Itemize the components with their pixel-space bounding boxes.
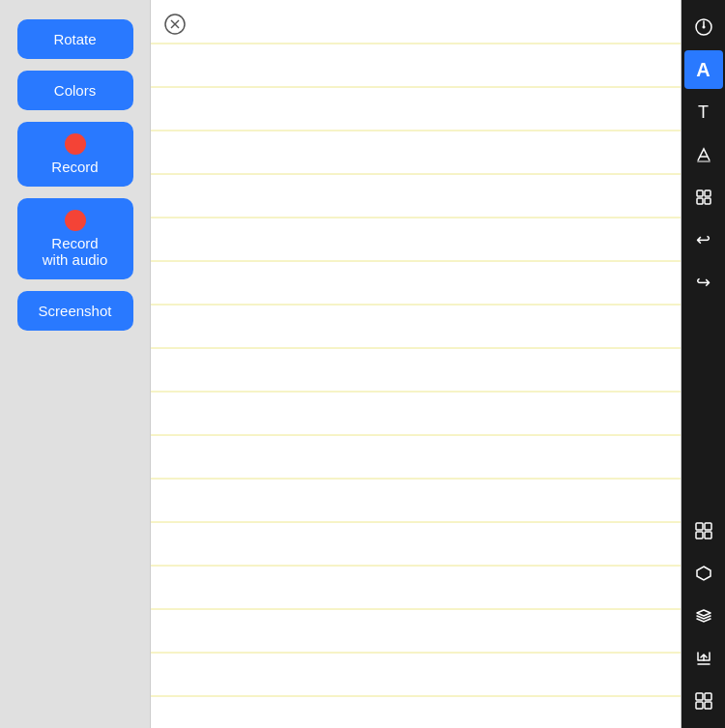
svg-rect-32: [696, 693, 703, 700]
svg-rect-28: [696, 523, 703, 530]
svg-rect-24: [697, 190, 703, 196]
undo-tool-button[interactable]: ↩: [684, 220, 723, 259]
colors-label: Colors: [54, 82, 96, 99]
record-audio-button[interactable]: Recordwith audio: [17, 198, 133, 279]
redo-icon: ↪: [696, 272, 710, 293]
record-label: Record: [51, 159, 98, 175]
svg-rect-27: [705, 198, 710, 204]
canvas-area[interactable]: goMarkable Stream: [150, 0, 682, 728]
left-sidebar: Rotate Colors Record Recordwith audio Sc…: [0, 0, 150, 728]
svg-rect-29: [705, 523, 711, 530]
undo-icon: ↩: [696, 229, 710, 250]
layers-tool-button[interactable]: [684, 597, 723, 635]
grid-tool-button[interactable]: [684, 511, 723, 550]
fill-tool-button[interactable]: [684, 135, 723, 174]
svg-rect-34: [696, 702, 703, 709]
svg-rect-26: [697, 198, 703, 204]
text-tool-icon: A: [696, 59, 710, 81]
more-tool-button[interactable]: [684, 682, 723, 720]
record-audio-label: Recordwith audio: [43, 235, 108, 268]
record-audio-dot-icon: [65, 210, 86, 231]
record-button[interactable]: Record: [17, 122, 133, 187]
colors-button[interactable]: Colors: [17, 71, 133, 110]
screenshot-button[interactable]: Screenshot: [17, 291, 133, 331]
handwriting-drawing: goMarkable Stream: [151, 0, 441, 145]
resize-tool-button[interactable]: [684, 178, 723, 217]
rotate-label: Rotate: [53, 31, 96, 47]
text-tool-button[interactable]: A: [684, 50, 723, 89]
svg-rect-33: [705, 693, 711, 700]
export-tool-button[interactable]: [684, 639, 723, 678]
font-tool-button[interactable]: T: [684, 93, 723, 131]
svg-rect-30: [696, 532, 703, 539]
font-tool-icon: T: [698, 102, 709, 123]
record-dot-icon: [65, 133, 86, 155]
screenshot-label: Screenshot: [39, 303, 112, 319]
rotate-button[interactable]: Rotate: [17, 19, 133, 59]
svg-rect-23: [697, 160, 710, 162]
redo-tool-button[interactable]: ↪: [684, 263, 723, 302]
svg-rect-35: [705, 702, 711, 709]
timer-tool-button[interactable]: [684, 8, 723, 46]
right-toolbar: A T ↩ ↪: [682, 0, 725, 728]
svg-rect-25: [705, 190, 710, 196]
svg-rect-31: [705, 532, 711, 539]
tag-tool-button[interactable]: [684, 554, 723, 593]
